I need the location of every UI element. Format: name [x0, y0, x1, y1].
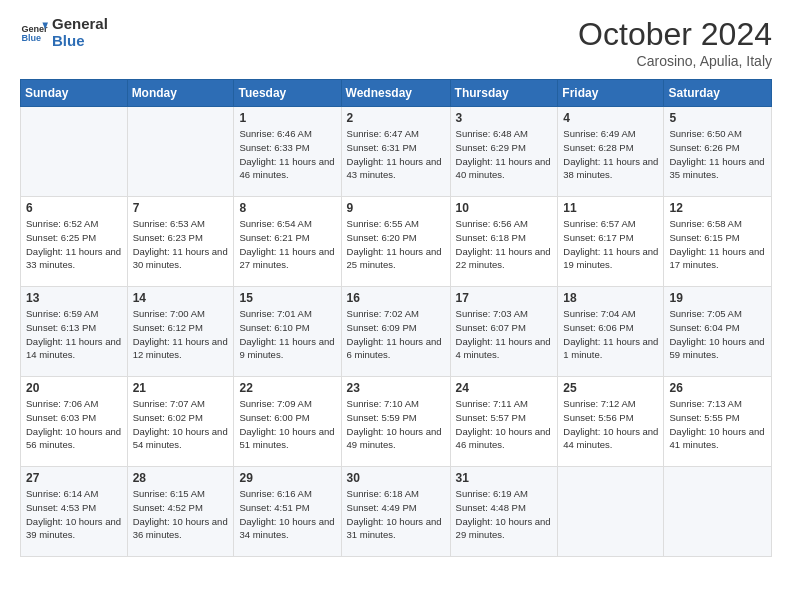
day-number: 7: [133, 201, 229, 215]
day-info: Sunrise: 7:13 AMSunset: 5:55 PMDaylight:…: [669, 397, 766, 452]
logo-icon: General Blue: [20, 19, 48, 47]
day-info: Sunrise: 6:16 AMSunset: 4:51 PMDaylight:…: [239, 487, 335, 542]
calendar-cell: 24Sunrise: 7:11 AMSunset: 5:57 PMDayligh…: [450, 377, 558, 467]
calendar-cell: 27Sunrise: 6:14 AMSunset: 4:53 PMDayligh…: [21, 467, 128, 557]
calendar-cell: 12Sunrise: 6:58 AMSunset: 6:15 PMDayligh…: [664, 197, 772, 287]
day-number: 18: [563, 291, 658, 305]
day-info: Sunrise: 6:54 AMSunset: 6:21 PMDaylight:…: [239, 217, 335, 272]
day-info: Sunrise: 6:58 AMSunset: 6:15 PMDaylight:…: [669, 217, 766, 272]
day-number: 6: [26, 201, 122, 215]
days-header-row: SundayMondayTuesdayWednesdayThursdayFrid…: [21, 80, 772, 107]
calendar-cell: 13Sunrise: 6:59 AMSunset: 6:13 PMDayligh…: [21, 287, 128, 377]
day-number: 16: [347, 291, 445, 305]
day-header-friday: Friday: [558, 80, 664, 107]
day-info: Sunrise: 7:12 AMSunset: 5:56 PMDaylight:…: [563, 397, 658, 452]
day-info: Sunrise: 6:57 AMSunset: 6:17 PMDaylight:…: [563, 217, 658, 272]
day-number: 23: [347, 381, 445, 395]
calendar-cell: 22Sunrise: 7:09 AMSunset: 6:00 PMDayligh…: [234, 377, 341, 467]
day-info: Sunrise: 6:53 AMSunset: 6:23 PMDaylight:…: [133, 217, 229, 272]
day-number: 24: [456, 381, 553, 395]
day-number: 27: [26, 471, 122, 485]
day-info: Sunrise: 6:14 AMSunset: 4:53 PMDaylight:…: [26, 487, 122, 542]
calendar-cell: 3Sunrise: 6:48 AMSunset: 6:29 PMDaylight…: [450, 107, 558, 197]
day-header-monday: Monday: [127, 80, 234, 107]
day-info: Sunrise: 6:18 AMSunset: 4:49 PMDaylight:…: [347, 487, 445, 542]
calendar-cell: [558, 467, 664, 557]
calendar-cell: 9Sunrise: 6:55 AMSunset: 6:20 PMDaylight…: [341, 197, 450, 287]
month-title: October 2024: [578, 16, 772, 53]
day-info: Sunrise: 6:56 AMSunset: 6:18 PMDaylight:…: [456, 217, 553, 272]
calendar-cell: [127, 107, 234, 197]
calendar-cell: [21, 107, 128, 197]
day-info: Sunrise: 6:19 AMSunset: 4:48 PMDaylight:…: [456, 487, 553, 542]
day-header-sunday: Sunday: [21, 80, 128, 107]
day-number: 22: [239, 381, 335, 395]
day-number: 20: [26, 381, 122, 395]
week-row-3: 13Sunrise: 6:59 AMSunset: 6:13 PMDayligh…: [21, 287, 772, 377]
day-number: 5: [669, 111, 766, 125]
calendar-cell: 6Sunrise: 6:52 AMSunset: 6:25 PMDaylight…: [21, 197, 128, 287]
day-info: Sunrise: 7:00 AMSunset: 6:12 PMDaylight:…: [133, 307, 229, 362]
day-number: 4: [563, 111, 658, 125]
calendar-cell: 2Sunrise: 6:47 AMSunset: 6:31 PMDaylight…: [341, 107, 450, 197]
calendar-cell: 25Sunrise: 7:12 AMSunset: 5:56 PMDayligh…: [558, 377, 664, 467]
calendar-cell: 8Sunrise: 6:54 AMSunset: 6:21 PMDaylight…: [234, 197, 341, 287]
location-subtitle: Carosino, Apulia, Italy: [578, 53, 772, 69]
logo-blue: Blue: [52, 33, 108, 50]
day-info: Sunrise: 7:04 AMSunset: 6:06 PMDaylight:…: [563, 307, 658, 362]
calendar-cell: 15Sunrise: 7:01 AMSunset: 6:10 PMDayligh…: [234, 287, 341, 377]
week-row-2: 6Sunrise: 6:52 AMSunset: 6:25 PMDaylight…: [21, 197, 772, 287]
day-number: 21: [133, 381, 229, 395]
page: General Blue General Blue October 2024 C…: [0, 0, 792, 577]
day-number: 17: [456, 291, 553, 305]
day-info: Sunrise: 6:15 AMSunset: 4:52 PMDaylight:…: [133, 487, 229, 542]
day-info: Sunrise: 6:50 AMSunset: 6:26 PMDaylight:…: [669, 127, 766, 182]
calendar-cell: 14Sunrise: 7:00 AMSunset: 6:12 PMDayligh…: [127, 287, 234, 377]
calendar-cell: 16Sunrise: 7:02 AMSunset: 6:09 PMDayligh…: [341, 287, 450, 377]
day-info: Sunrise: 7:07 AMSunset: 6:02 PMDaylight:…: [133, 397, 229, 452]
day-info: Sunrise: 6:46 AMSunset: 6:33 PMDaylight:…: [239, 127, 335, 182]
day-number: 19: [669, 291, 766, 305]
day-number: 25: [563, 381, 658, 395]
day-number: 9: [347, 201, 445, 215]
calendar-cell: 19Sunrise: 7:05 AMSunset: 6:04 PMDayligh…: [664, 287, 772, 377]
day-info: Sunrise: 6:59 AMSunset: 6:13 PMDaylight:…: [26, 307, 122, 362]
calendar-cell: 17Sunrise: 7:03 AMSunset: 6:07 PMDayligh…: [450, 287, 558, 377]
day-info: Sunrise: 6:49 AMSunset: 6:28 PMDaylight:…: [563, 127, 658, 182]
svg-text:Blue: Blue: [21, 33, 41, 43]
day-number: 13: [26, 291, 122, 305]
day-info: Sunrise: 7:09 AMSunset: 6:00 PMDaylight:…: [239, 397, 335, 452]
week-row-5: 27Sunrise: 6:14 AMSunset: 4:53 PMDayligh…: [21, 467, 772, 557]
day-number: 28: [133, 471, 229, 485]
day-number: 1: [239, 111, 335, 125]
day-info: Sunrise: 7:06 AMSunset: 6:03 PMDaylight:…: [26, 397, 122, 452]
calendar-cell: 18Sunrise: 7:04 AMSunset: 6:06 PMDayligh…: [558, 287, 664, 377]
logo-general: General: [52, 16, 108, 33]
day-number: 29: [239, 471, 335, 485]
calendar-cell: 10Sunrise: 6:56 AMSunset: 6:18 PMDayligh…: [450, 197, 558, 287]
day-header-thursday: Thursday: [450, 80, 558, 107]
day-number: 10: [456, 201, 553, 215]
day-info: Sunrise: 7:02 AMSunset: 6:09 PMDaylight:…: [347, 307, 445, 362]
day-info: Sunrise: 6:55 AMSunset: 6:20 PMDaylight:…: [347, 217, 445, 272]
logo: General Blue General Blue: [20, 16, 108, 49]
calendar-cell: 5Sunrise: 6:50 AMSunset: 6:26 PMDaylight…: [664, 107, 772, 197]
calendar-cell: 1Sunrise: 6:46 AMSunset: 6:33 PMDaylight…: [234, 107, 341, 197]
header: General Blue General Blue October 2024 C…: [20, 16, 772, 69]
day-info: Sunrise: 7:03 AMSunset: 6:07 PMDaylight:…: [456, 307, 553, 362]
day-number: 26: [669, 381, 766, 395]
day-info: Sunrise: 7:11 AMSunset: 5:57 PMDaylight:…: [456, 397, 553, 452]
calendar-cell: 11Sunrise: 6:57 AMSunset: 6:17 PMDayligh…: [558, 197, 664, 287]
day-number: 11: [563, 201, 658, 215]
calendar-cell: 21Sunrise: 7:07 AMSunset: 6:02 PMDayligh…: [127, 377, 234, 467]
calendar-cell: 30Sunrise: 6:18 AMSunset: 4:49 PMDayligh…: [341, 467, 450, 557]
day-number: 31: [456, 471, 553, 485]
day-info: Sunrise: 7:05 AMSunset: 6:04 PMDaylight:…: [669, 307, 766, 362]
title-block: October 2024 Carosino, Apulia, Italy: [578, 16, 772, 69]
week-row-4: 20Sunrise: 7:06 AMSunset: 6:03 PMDayligh…: [21, 377, 772, 467]
day-number: 15: [239, 291, 335, 305]
calendar-cell: 20Sunrise: 7:06 AMSunset: 6:03 PMDayligh…: [21, 377, 128, 467]
day-header-saturday: Saturday: [664, 80, 772, 107]
calendar-table: SundayMondayTuesdayWednesdayThursdayFrid…: [20, 79, 772, 557]
day-info: Sunrise: 6:48 AMSunset: 6:29 PMDaylight:…: [456, 127, 553, 182]
